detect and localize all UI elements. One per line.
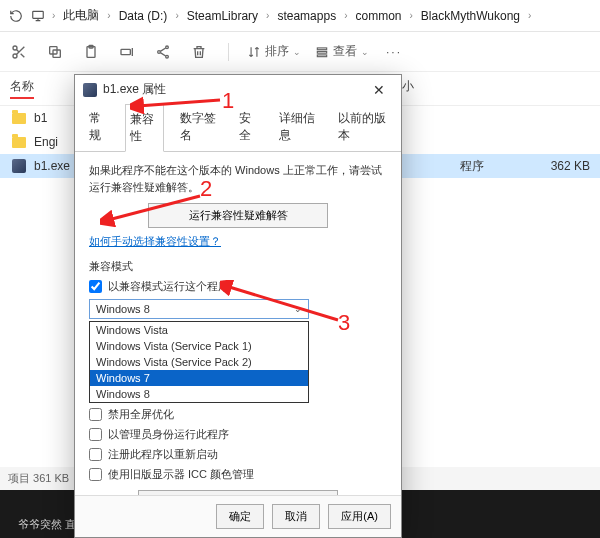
crumb-seg[interactable]: 此电脑 <box>59 5 103 26</box>
cut-icon[interactable] <box>8 41 30 63</box>
rename-icon[interactable] <box>116 41 138 63</box>
manual-link[interactable]: 如何手动选择兼容性设置？ <box>89 235 221 247</box>
folder-icon <box>10 133 28 151</box>
chevron-down-icon: ⌄ <box>294 304 302 314</box>
compat-option[interactable]: Windows Vista (Service Pack 1) <box>90 338 308 354</box>
tab-details[interactable]: 详细信息 <box>275 104 322 151</box>
compat-os-select[interactable]: Windows 8 ⌄ Windows Vista Windows Vista … <box>89 299 309 319</box>
crumb-seg[interactable]: common <box>351 7 405 25</box>
svg-point-2 <box>13 54 17 58</box>
compat-mode-checkbox[interactable]: 以兼容模式运行这个程序 <box>89 279 387 294</box>
file-size: 362 KB <box>500 159 590 173</box>
disable-fullscreen-checkbox[interactable]: 禁用全屏优化 <box>89 407 387 422</box>
compat-mode-title: 兼容模式 <box>89 259 387 274</box>
dialog-tabs: 常规 兼容性 数字签名 安全 详细信息 以前的版本 <box>75 104 401 152</box>
file-type: 程序 <box>460 158 500 175</box>
compat-option[interactable]: Windows Vista (Service Pack 2) <box>90 354 308 370</box>
dialog-body: 如果此程序不能在这个版本的 Windows 上正常工作，请尝试运行兼容性疑难解答… <box>75 152 401 495</box>
explorer-toolbar: 排序 ⌄ 查看 ⌄ ··· <box>0 32 600 72</box>
compat-os-dropdown: Windows Vista Windows Vista (Service Pac… <box>89 321 309 403</box>
col-name-label[interactable]: 名称 <box>10 78 34 99</box>
svg-point-10 <box>166 55 169 58</box>
apply-button[interactable]: 应用(A) <box>328 504 391 529</box>
exe-icon <box>83 83 97 97</box>
dialog-footer: 确定 取消 应用(A) <box>75 495 401 537</box>
close-icon[interactable]: ✕ <box>365 82 393 98</box>
col-size-label[interactable]: 大小 <box>390 78 510 99</box>
compat-option[interactable]: Windows Vista <box>90 322 308 338</box>
legacy-icc-checkbox[interactable]: 使用旧版显示器 ICC 颜色管理 <box>89 467 387 482</box>
svg-rect-7 <box>121 49 130 54</box>
tab-previous[interactable]: 以前的版本 <box>334 104 391 151</box>
svg-point-9 <box>158 50 161 53</box>
ok-button[interactable]: 确定 <box>216 504 264 529</box>
dialog-titlebar: b1.exe 属性 ✕ <box>75 75 401 104</box>
exe-icon <box>10 157 28 175</box>
compat-os-current: Windows 8 <box>96 303 150 315</box>
properties-dialog: b1.exe 属性 ✕ 常规 兼容性 数字签名 安全 详细信息 以前的版本 如果… <box>74 74 402 538</box>
address-bar: › 此电脑› Data (D:)› SteamLibrary› steamapp… <box>0 0 600 32</box>
svg-point-1 <box>13 46 17 50</box>
refresh-icon[interactable] <box>6 6 26 26</box>
svg-rect-12 <box>317 51 326 53</box>
tab-compatibility[interactable]: 兼容性 <box>125 104 164 152</box>
dialog-title: b1.exe 属性 <box>103 81 359 98</box>
crumb-seg[interactable]: Data (D:) <box>115 7 172 25</box>
paste-icon[interactable] <box>80 41 102 63</box>
svg-rect-0 <box>33 11 44 18</box>
svg-rect-13 <box>317 54 326 56</box>
crumb-seg[interactable]: BlackMythWukong <box>417 7 524 25</box>
more-icon[interactable]: ··· <box>383 41 405 63</box>
monitor-icon[interactable] <box>28 6 48 26</box>
change-dpi-button[interactable]: 更改高 DPI 设置 <box>138 490 338 495</box>
compat-option[interactable]: Windows 8 <box>90 386 308 402</box>
compat-option[interactable]: Windows 7 <box>90 370 308 386</box>
breadcrumb[interactable]: 此电脑› Data (D:)› SteamLibrary› steamapps›… <box>59 5 531 26</box>
svg-point-8 <box>166 46 169 49</box>
folder-icon <box>10 109 28 127</box>
compat-mode-checkbox-input[interactable] <box>89 280 102 293</box>
svg-rect-11 <box>317 47 326 49</box>
delete-icon[interactable] <box>188 41 210 63</box>
sort-label: 排序 <box>265 43 289 60</box>
tab-signatures[interactable]: 数字签名 <box>176 104 223 151</box>
troubleshoot-button[interactable]: 运行兼容性疑难解答 <box>148 203 328 228</box>
crumb-seg[interactable]: SteamLibrary <box>183 7 262 25</box>
tab-security[interactable]: 安全 <box>235 104 263 151</box>
compat-hint: 如果此程序不能在这个版本的 Windows 上正常工作，请尝试运行兼容性疑难解答… <box>89 162 387 195</box>
register-restart-checkbox[interactable]: 注册此程序以重新启动 <box>89 447 387 462</box>
view-button[interactable]: 查看 ⌄ <box>315 43 369 60</box>
run-as-admin-checkbox[interactable]: 以管理员身份运行此程序 <box>89 427 387 442</box>
share-icon[interactable] <box>152 41 174 63</box>
copy-icon[interactable] <box>44 41 66 63</box>
sort-button[interactable]: 排序 ⌄ <box>247 43 301 60</box>
view-label: 查看 <box>333 43 357 60</box>
tab-general[interactable]: 常规 <box>85 104 113 151</box>
crumb-seg[interactable]: steamapps <box>273 7 340 25</box>
cancel-button[interactable]: 取消 <box>272 504 320 529</box>
